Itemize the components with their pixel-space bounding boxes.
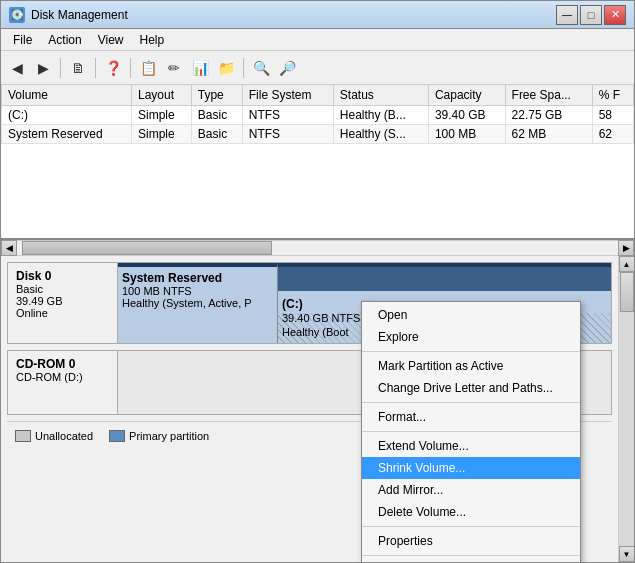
col-status[interactable]: Status (333, 85, 428, 106)
ctx-item-change-drive-letter-and-paths---[interactable]: Change Drive Letter and Paths... (362, 377, 580, 399)
ctx-separator-2 (362, 351, 580, 352)
table-cell-1-1: Simple (132, 125, 192, 144)
col-layout[interactable]: Layout (132, 85, 192, 106)
disk-0-type: Basic (16, 283, 109, 295)
table-cell-1-3: NTFS (242, 125, 333, 144)
help-button[interactable]: ❓ (101, 56, 125, 80)
horizontal-scrollbar[interactable]: ◀ ▶ (1, 240, 634, 256)
table-cell-1-5: 100 MB (428, 125, 505, 144)
ctx-separator-12 (362, 526, 580, 527)
ctx-item-properties[interactable]: Properties (362, 530, 580, 552)
col-volume[interactable]: Volume (2, 85, 132, 106)
menu-view[interactable]: View (90, 31, 132, 49)
table-cell-0-6: 22.75 GB (505, 106, 592, 125)
scroll-track[interactable] (619, 272, 635, 546)
ctx-item-format---[interactable]: Format... (362, 406, 580, 428)
forward-button[interactable]: ▶ (31, 56, 55, 80)
scroll-down-button[interactable]: ▼ (619, 546, 635, 562)
right-scrollbar[interactable]: ▲ ▼ (618, 256, 634, 562)
ctx-item-explore[interactable]: Explore (362, 326, 580, 348)
toolbar: ◀ ▶ 🗎 ❓ 📋 ✏ 📊 📁 🔍 🔎 (1, 51, 634, 85)
menu-bar: File Action View Help (1, 29, 634, 51)
context-menu: OpenExploreMark Partition as ActiveChang… (361, 301, 581, 562)
table-cell-0-7: 58 (592, 106, 633, 125)
partition-c-name: (C:) (282, 297, 303, 311)
ctx-item-extend-volume---[interactable]: Extend Volume... (362, 435, 580, 457)
table-cell-1-4: Healthy (S... (333, 125, 428, 144)
partition-c-size: 39.40 GB NTFS (282, 312, 360, 324)
col-type[interactable]: Type (191, 85, 242, 106)
toolbar-sep-4 (243, 58, 244, 78)
zoom-in-button[interactable]: 🔍 (249, 56, 273, 80)
ctx-item-add-mirror---[interactable]: Add Mirror... (362, 479, 580, 501)
chart-button[interactable]: 📊 (188, 56, 212, 80)
zoom-out-button[interactable]: 🔎 (275, 56, 299, 80)
toolbar-sep-3 (130, 58, 131, 78)
table-cell-1-2: Basic (191, 125, 242, 144)
col-free[interactable]: Free Spa... (505, 85, 592, 106)
h-scroll-track[interactable] (17, 241, 618, 255)
edit-button[interactable]: ✏ (162, 56, 186, 80)
scroll-up-button[interactable]: ▲ (619, 256, 635, 272)
new-button[interactable]: 🗎 (66, 56, 90, 80)
menu-file[interactable]: File (5, 31, 40, 49)
folder-button[interactable]: 📁 (214, 56, 238, 80)
title-controls: ─ □ ✕ (556, 5, 626, 25)
properties-button[interactable]: 📋 (136, 56, 160, 80)
disk-0-size: 39.49 GB (16, 295, 109, 307)
scroll-thumb[interactable] (620, 272, 634, 312)
legend-primary-color (109, 430, 125, 442)
toolbar-sep-2 (95, 58, 96, 78)
ctx-item-help[interactable]: Help (362, 559, 580, 562)
col-pct[interactable]: % F (592, 85, 633, 106)
col-capacity[interactable]: Capacity (428, 85, 505, 106)
legend-unallocated-color (15, 430, 31, 442)
partition-c-header-bar (278, 267, 611, 291)
partition-system-status: Healthy (System, Active, P (122, 297, 273, 309)
window-title: Disk Management (31, 8, 556, 22)
partition-system-size: 100 MB NTFS (122, 285, 273, 297)
ctx-item-shrink-volume---[interactable]: Shrink Volume... (362, 457, 580, 479)
cdrom-type: CD-ROM (D:) (16, 371, 109, 383)
window-icon: 💽 (9, 7, 25, 23)
ctx-item-mark-partition-as-active[interactable]: Mark Partition as Active (362, 355, 580, 377)
close-button[interactable]: ✕ (604, 5, 626, 25)
table-cell-0-0: (C:) (2, 106, 132, 125)
table-cell-0-2: Basic (191, 106, 242, 125)
partition-system-name: System Reserved (122, 271, 273, 285)
table-cell-0-1: Simple (132, 106, 192, 125)
legend-unallocated: Unallocated (15, 430, 93, 442)
toolbar-sep-1 (60, 58, 61, 78)
title-bar: 💽 Disk Management ─ □ ✕ (1, 1, 634, 29)
disk-0-info: Disk 0 Basic 39.49 GB Online (8, 263, 118, 343)
table-cell-1-0: System Reserved (2, 125, 132, 144)
main-window: 💽 Disk Management ─ □ ✕ File Action View… (0, 0, 635, 563)
partition-system-reserved[interactable]: System Reserved 100 MB NTFS Healthy (Sys… (118, 263, 278, 343)
table-row-1[interactable]: System ReservedSimpleBasicNTFSHealthy (S… (2, 125, 634, 144)
col-filesystem[interactable]: File System (242, 85, 333, 106)
table-area: Volume Layout Type File System Status Ca… (1, 85, 634, 240)
table-scroll[interactable]: Volume Layout Type File System Status Ca… (1, 85, 634, 238)
menu-action[interactable]: Action (40, 31, 89, 49)
scroll-right-button[interactable]: ▶ (618, 240, 634, 256)
ctx-item-delete-volume---[interactable]: Delete Volume... (362, 501, 580, 523)
ctx-separator-5 (362, 402, 580, 403)
lower-area: Disk 0 Basic 39.49 GB Online System Rese… (1, 256, 634, 562)
menu-help[interactable]: Help (132, 31, 173, 49)
ctx-separator-7 (362, 431, 580, 432)
disk-0-status: Online (16, 307, 109, 319)
disk-0-name: Disk 0 (16, 269, 109, 283)
table-cell-0-3: NTFS (242, 106, 333, 125)
back-button[interactable]: ◀ (5, 56, 29, 80)
partition-c-status: Healthy (Boot (282, 326, 349, 338)
disk-table: Volume Layout Type File System Status Ca… (1, 85, 634, 144)
maximize-button[interactable]: □ (580, 5, 602, 25)
table-row-0[interactable]: (C:)SimpleBasicNTFSHealthy (B...39.40 GB… (2, 106, 634, 125)
ctx-item-open[interactable]: Open (362, 304, 580, 326)
main-content: Volume Layout Type File System Status Ca… (1, 85, 634, 562)
table-cell-0-5: 39.40 GB (428, 106, 505, 125)
minimize-button[interactable]: ─ (556, 5, 578, 25)
ctx-separator-14 (362, 555, 580, 556)
scroll-left-button[interactable]: ◀ (1, 240, 17, 256)
h-scroll-thumb[interactable] (22, 241, 272, 255)
